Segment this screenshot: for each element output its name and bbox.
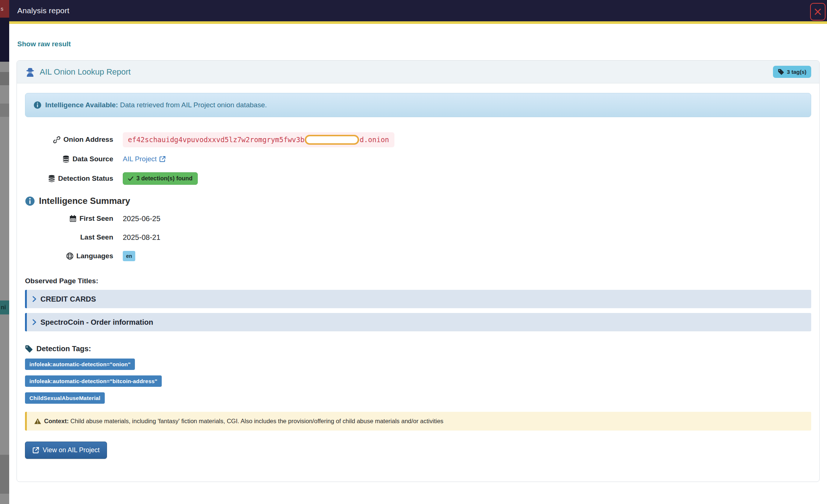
last-seen-row: Last Seen 2025-08-21 <box>25 231 811 244</box>
detection-tag-badge: infoleak:automatic-detection="onion" <box>25 359 135 370</box>
backdrop-red-fragment: s <box>0 0 9 18</box>
accent-divider <box>9 21 827 24</box>
globe-icon <box>66 252 74 260</box>
report-title-text: AIL Onion Lookup Report <box>40 67 130 77</box>
modal-body: Show raw result AIL Onion Lookup Report <box>9 24 827 482</box>
calendar-icon <box>69 215 76 222</box>
check-icon <box>128 176 133 181</box>
data-source-row: Data Source AIL Project <box>25 151 811 167</box>
redaction-highlight <box>305 135 359 145</box>
context-warning-alert: Context: Child abuse materials, includin… <box>25 412 811 431</box>
database-icon <box>62 155 69 163</box>
report-card-header: AIL Onion Lookup Report 3 tag(s) <box>17 61 819 83</box>
languages-row: Languages en <box>25 250 811 262</box>
tag-line: infoleak:automatic-detection="onion" <box>25 359 811 370</box>
first-seen-label: First Seen <box>25 215 113 223</box>
backdrop-band <box>0 455 9 494</box>
page-title-item[interactable]: CREDIT CARDS <box>25 290 811 308</box>
languages-label: Languages <box>25 252 113 260</box>
intelligence-summary-heading: Intelligence Summary <box>25 196 811 206</box>
tag-line: infoleak:automatic-detection="bitcoin-ad… <box>25 375 811 387</box>
first-seen-row: First Seen 2025-06-25 <box>25 212 811 225</box>
observed-page-titles-heading: Observed Page Titles: <box>25 277 811 285</box>
database-icon <box>48 175 55 183</box>
link-icon <box>53 136 61 144</box>
data-source-value: AIL Project <box>123 155 811 163</box>
report-card-title: AIL Onion Lookup Report <box>25 67 130 77</box>
field-rows: Onion Address ef42schauidg4vpuvodxxvd5lz… <box>25 132 811 186</box>
tag-icon <box>25 345 33 353</box>
detection-status-value: 3 detection(s) found <box>123 172 811 185</box>
analysis-report-modal: Analysis report Show raw result <box>9 0 827 504</box>
page-backdrop: s ni <box>0 0 9 504</box>
ail-project-link[interactable]: AIL Project <box>123 155 166 163</box>
detection-tags-heading: Detection Tags: <box>25 345 811 353</box>
detection-status-badge: 3 detection(s) found <box>123 172 198 185</box>
report-card-body: Intelligence Available: Data retrieved f… <box>17 83 819 482</box>
detection-tag-badge: infoleak:automatic-detection="bitcoin-ad… <box>25 375 162 387</box>
data-source-label: Data Source <box>25 155 113 163</box>
tags-count-text: 3 tag(s) <box>787 69 806 75</box>
backdrop-band <box>0 72 9 85</box>
last-seen-label: Last Seen <box>25 233 113 241</box>
spy-icon <box>25 67 35 77</box>
intelligence-available-alert: Intelligence Available: Data retrieved f… <box>25 93 811 117</box>
context-text: Context: Child abuse materials, includin… <box>44 418 443 425</box>
page-title-item[interactable]: SpectroCoin - Order information <box>25 313 811 331</box>
onion-address-label: Onion Address <box>25 136 113 144</box>
detection-status-row: Detection Status 3 detection(s) found <box>25 171 811 186</box>
last-seen-value: 2025-08-21 <box>123 233 811 242</box>
external-link-icon <box>159 156 166 162</box>
info-circle-icon <box>33 101 42 109</box>
warning-triangle-icon <box>34 418 41 424</box>
page-title-text: SpectroCoin - Order information <box>40 318 153 327</box>
external-link-icon <box>32 447 39 454</box>
lookup-report-card: AIL Onion Lookup Report 3 tag(s) Intelli… <box>17 60 820 482</box>
tags-count-badge: 3 tag(s) <box>773 66 811 78</box>
close-icon <box>814 8 822 16</box>
detection-status-label: Detection Status <box>25 174 113 183</box>
onion-address-value: ef42schauidg4vpuvodxxvd5lz7w2romgrym5fwv… <box>123 132 811 147</box>
page-title-text: CREDIT CARDS <box>40 295 96 303</box>
languages-value: en <box>123 251 811 261</box>
language-badge: en <box>123 251 135 261</box>
modal-header: Analysis report <box>9 0 827 21</box>
alert-text: Intelligence Available: Data retrieved f… <box>45 101 267 109</box>
show-raw-result-link[interactable]: Show raw result <box>17 40 71 48</box>
info-circle-icon <box>25 196 35 206</box>
backdrop-navy-fragment <box>0 18 9 62</box>
modal-title: Analysis report <box>17 6 69 15</box>
close-button[interactable] <box>810 3 826 21</box>
tag-line: ChildSexualAbuseMaterial <box>25 392 811 404</box>
backdrop-teal-fragment: ni <box>0 300 9 314</box>
detection-tag-badge: ChildSexualAbuseMaterial <box>25 392 105 404</box>
backdrop-band <box>0 104 9 117</box>
tag-icon <box>778 69 784 75</box>
onion-address-row: Onion Address ef42schauidg4vpuvodxxvd5lz… <box>25 132 811 147</box>
first-seen-value: 2025-06-25 <box>123 215 811 223</box>
chevron-right-icon <box>32 296 37 302</box>
view-on-ail-project-button[interactable]: View on AIL Project <box>25 442 107 459</box>
onion-address-code: ef42schauidg4vpuvodxxvd5lz7w2romgrym5fwv… <box>123 132 394 147</box>
chevron-right-icon <box>32 319 37 325</box>
